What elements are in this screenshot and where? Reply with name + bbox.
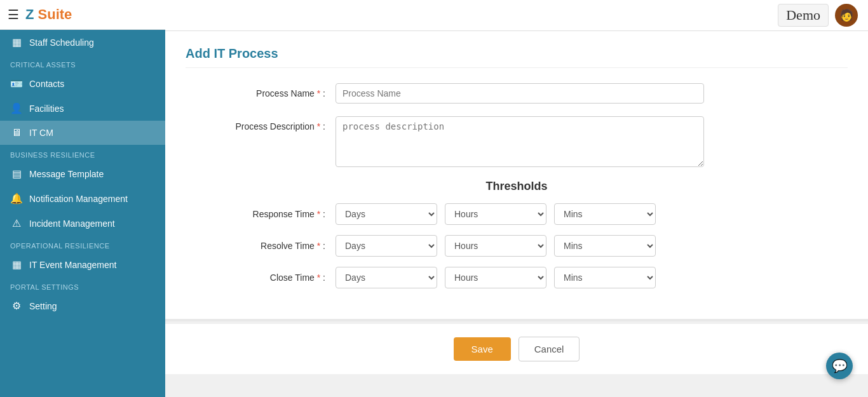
sidebar: ☰ Z Suite ▦ Staff Scheduling CRITICAL AS… (0, 0, 165, 397)
response-time-row: Response Time * : Days 123 Hours 12 Mins… (186, 203, 848, 225)
process-name-label: Process Name * : (186, 83, 325, 98)
sidebar-item-message-template[interactable]: ▤ Message Template (0, 161, 165, 186)
demo-badge: Demo (778, 4, 829, 27)
sidebar-header: ☰ Z Suite (0, 0, 165, 30)
response-time-selects: Days 123 Hours 12 Mins 1530 (336, 203, 848, 225)
sidebar-item-it-cm[interactable]: 🖥 IT CM (0, 121, 165, 145)
close-time-row: Close Time * : Days 12 Hours 12 Mins 153… (186, 267, 848, 288)
it-event-icon: ▦ (10, 259, 23, 271)
resolve-time-selects: Days 12 Hours 12 Mins 1530 (336, 235, 848, 257)
sidebar-item-label: Facilities (29, 104, 64, 114)
process-desc-group: Process Description * : (186, 116, 848, 167)
section-title-critical-assets: CRITICAL ASSETS (0, 55, 165, 71)
close-days-select[interactable]: Days 12 (336, 267, 437, 288)
sidebar-item-label: Staff Scheduling (29, 37, 94, 48)
page-title: Add IT Process (186, 46, 848, 68)
sidebar-item-notification-management[interactable]: 🔔 Notification Management (0, 186, 165, 211)
contacts-icon: 🪪 (10, 77, 23, 90)
sidebar-item-label: Notification Management (29, 194, 128, 204)
section-title-operational-resilience: OPERATIONAL RESILIENCE (0, 236, 165, 252)
sidebar-item-staff-scheduling[interactable]: ▦ Staff Scheduling (0, 30, 165, 55)
response-days-select[interactable]: Days 123 (336, 203, 437, 225)
close-hours-select[interactable]: Hours 12 (445, 267, 546, 288)
staff-scheduling-icon: ▦ (10, 36, 23, 48)
setting-icon: ⚙ (10, 300, 23, 312)
process-desc-textarea[interactable] (336, 116, 704, 167)
section-title-business-resilience: BUSINESS RESILIENCE (0, 145, 165, 161)
sidebar-item-contacts[interactable]: 🪪 Contacts (0, 71, 165, 96)
process-desc-label: Process Description * : (186, 116, 325, 131)
save-button[interactable]: Save (454, 337, 511, 361)
sidebar-item-setting[interactable]: ⚙ Setting (0, 293, 165, 318)
content-area: Add IT Process Process Name * : Process … (165, 31, 868, 397)
resolve-time-label: Resolve Time * : (186, 241, 325, 251)
resolve-mins-select[interactable]: Mins 1530 (554, 235, 656, 257)
incident-icon: ⚠ (10, 217, 23, 229)
hamburger-icon[interactable]: ☰ (8, 7, 19, 22)
chat-bubble[interactable]: 💬 (826, 353, 853, 379)
footer-card: Save Cancel (165, 324, 868, 374)
topbar: Demo 🧑 (165, 0, 868, 31)
itcm-icon: 🖥 (10, 127, 23, 138)
notification-icon: 🔔 (10, 192, 23, 205)
resolve-time-row: Resolve Time * : Days 12 Hours 12 Mins 1… (186, 235, 848, 257)
close-mins-select[interactable]: Mins 1530 (554, 267, 656, 288)
sidebar-item-label: Message Template (29, 169, 104, 179)
sidebar-item-label: Contacts (29, 79, 64, 89)
response-mins-select[interactable]: Mins 1530 (554, 203, 656, 225)
sidebar-item-label: Incident Management (29, 219, 115, 229)
thresholds-title: Thresholds (186, 180, 848, 193)
sidebar-item-incident-management[interactable]: ⚠ Incident Management (0, 211, 165, 236)
process-name-input[interactable] (336, 83, 704, 104)
process-name-group: Process Name * : (186, 83, 848, 104)
main-area: Demo 🧑 Add IT Process Process Name * : P… (165, 0, 868, 397)
response-time-label: Response Time * : (186, 209, 325, 219)
section-title-portal-settings: PORTAL SETTINGS (0, 277, 165, 293)
logo: Z Suite (25, 6, 72, 23)
facilities-icon: 👤 (10, 102, 23, 114)
sidebar-item-it-event-management[interactable]: ▦ IT Event Management (0, 252, 165, 277)
close-time-label: Close Time * : (186, 273, 325, 283)
sidebar-item-label: IT CM (29, 128, 53, 138)
sidebar-item-label: Setting (29, 301, 57, 311)
form-card: Add IT Process Process Name * : Process … (165, 31, 868, 321)
sidebar-item-facilities[interactable]: 👤 Facilities (0, 96, 165, 121)
resolve-hours-select[interactable]: Hours 12 (445, 235, 546, 257)
resolve-days-select[interactable]: Days 12 (336, 235, 437, 257)
cancel-button[interactable]: Cancel (519, 337, 580, 361)
user-avatar[interactable]: 🧑 (835, 4, 858, 27)
response-hours-select[interactable]: Hours 12 (445, 203, 546, 225)
sidebar-item-label: IT Event Management (29, 260, 116, 270)
message-template-icon: ▤ (10, 168, 23, 180)
close-time-selects: Days 12 Hours 12 Mins 1530 (336, 267, 848, 288)
